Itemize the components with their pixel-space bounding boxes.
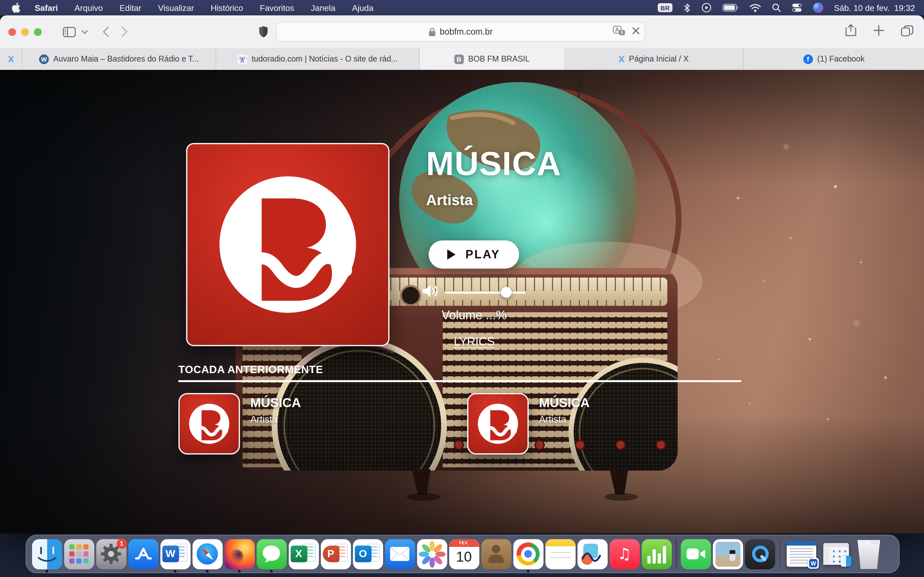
dock-trash-icon[interactable] [853, 535, 885, 573]
forward-button[interactable] [121, 26, 128, 37]
dock-photos-icon[interactable] [416, 535, 448, 573]
back-button[interactable] [103, 26, 109, 37]
siri-icon[interactable] [813, 3, 823, 13]
wordpress-icon: W [39, 54, 49, 64]
dock-contacts-icon[interactable] [480, 535, 512, 573]
control-center-icon[interactable] [792, 3, 802, 12]
spotlight-search-icon[interactable] [772, 3, 781, 12]
status-tray: BR Sáb. 10 de fev. 19:32 [658, 3, 915, 13]
menu-historico[interactable]: Histórico [211, 3, 243, 13]
history-album-art [178, 393, 240, 455]
dock-notes-icon[interactable] [544, 535, 576, 573]
x-logo-icon: X [619, 54, 625, 64]
dock-freeform-icon[interactable] [576, 535, 608, 573]
dock-quicktime-icon[interactable] [744, 535, 776, 573]
volume-thumb[interactable] [501, 287, 512, 298]
input-source-badge[interactable]: BR [658, 3, 672, 12]
dock-calendar-icon[interactable]: FEV. 10 [448, 535, 480, 573]
tab-auvaro-maia[interactable]: W Auvaro Maia – Bastidores do Rádio e T.… [23, 48, 216, 70]
history-item[interactable]: MÚSICA Artista [467, 393, 590, 455]
tab-tudoradio[interactable]: tudoradio.com | Notícias - O site de rád… [216, 48, 420, 70]
dock-numbers-icon[interactable] [640, 535, 672, 573]
history-meta: MÚSICA Artista [539, 393, 590, 455]
sidebar-chevron-icon[interactable] [81, 30, 88, 34]
tab-bobfm-active[interactable]: B BOB FM BRASIL [420, 48, 564, 70]
history-song-title: MÚSICA [250, 396, 301, 410]
wifi-icon[interactable] [750, 3, 761, 12]
apple-menu-icon[interactable] [11, 3, 21, 13]
dock-finder-icon[interactable] [31, 535, 63, 573]
calendar-month: FEV. [449, 539, 479, 546]
menu-arquivo[interactable]: Arquivo [74, 3, 103, 13]
bluetooth-icon[interactable] [683, 3, 690, 13]
play-button[interactable]: PLAY [429, 240, 519, 269]
new-tab-icon[interactable] [873, 25, 884, 39]
macos-screen: Safari Arquivo Editar Visualizar Históri… [0, 0, 924, 577]
dock-separator [676, 539, 677, 569]
battery-icon[interactable] [722, 4, 738, 11]
zoom-window-button[interactable] [34, 28, 42, 35]
window-controls [8, 28, 42, 35]
menu-ajuda[interactable]: Ajuda [352, 3, 373, 13]
dock-photobooth-icon[interactable] [712, 535, 744, 573]
tab-pagina-inicial-x[interactable]: X Página Inicial / X [564, 48, 744, 70]
menu-editar[interactable]: Editar [120, 3, 141, 13]
translate-icon[interactable]: Ax̂ [613, 26, 626, 38]
close-window-button[interactable] [8, 28, 16, 35]
song-artist: Artista [426, 192, 473, 209]
tab-facebook[interactable]: f (1) Facebook [744, 48, 924, 70]
volume-label: Volume ...% [422, 308, 526, 322]
history-song-artist: Artista [539, 414, 590, 424]
bobfm-page: MÚSICA Artista PLAY Volume ...% LYRI [0, 70, 924, 533]
dock-excel-icon[interactable]: X [288, 535, 320, 573]
url-text: bobfm.com.br [439, 27, 493, 37]
tab-pinned-x[interactable]: X [0, 48, 23, 70]
dock-minimized-word-window[interactable]: W [783, 535, 819, 573]
menu-safari[interactable]: Safari [35, 3, 58, 13]
player-overlay: MÚSICA Artista PLAY Volume ...% LYRI [0, 70, 924, 533]
dock-firefox-icon[interactable] [223, 535, 255, 573]
play-button-label: PLAY [465, 248, 501, 261]
dock-word-icon[interactable]: W [159, 535, 191, 573]
dock-launchpad-icon[interactable] [63, 535, 95, 573]
dock-outlook-icon[interactable]: O [352, 535, 384, 573]
dock-settings-icon[interactable]: 1 [95, 535, 127, 573]
minimize-window-button[interactable] [21, 28, 29, 35]
dock-music-icon[interactable]: ♫ [608, 535, 640, 573]
sidebar-toggle-icon[interactable] [63, 27, 76, 37]
privacy-shield-icon[interactable] [258, 26, 268, 38]
tab-overview-icon[interactable] [901, 25, 914, 39]
lyrics-link[interactable]: LYRICS [454, 335, 494, 348]
dock-safari-icon[interactable] [191, 535, 223, 573]
dock-mail-icon[interactable] [384, 535, 416, 573]
x-logo-icon: X [8, 54, 14, 64]
address-bar[interactable]: bobfm.com.br Ax̂ [276, 22, 646, 42]
svg-text:x̂: x̂ [620, 29, 624, 35]
dock-chrome-icon[interactable] [512, 535, 544, 573]
speaker-icon[interactable] [422, 284, 439, 301]
history-song-title: MÚSICA [539, 396, 590, 410]
radio-antenna-icon [237, 54, 247, 64]
history-item[interactable]: MÚSICA Artista [178, 393, 301, 455]
menu-favoritos[interactable]: Favoritos [260, 3, 294, 13]
dock-minimized-finder-window[interactable] [819, 535, 853, 573]
history-album-art [467, 393, 529, 455]
tab-label: Página Inicial / X [629, 55, 688, 63]
menu-bar: Safari Arquivo Editar Visualizar Históri… [0, 0, 924, 15]
dock-facetime-icon[interactable] [680, 535, 712, 573]
menu-janela[interactable]: Janela [311, 3, 336, 13]
tab-label: Auvaro Maia – Bastidores do Rádio e T... [53, 55, 199, 63]
menu-visualizar[interactable]: Visualizar [158, 3, 194, 13]
facebook-icon: f [803, 54, 813, 64]
volume-slider[interactable] [445, 292, 525, 293]
notification-badge: 1 [116, 538, 127, 548]
dock-messages-icon[interactable] [255, 535, 288, 573]
now-playing-icon[interactable] [701, 3, 712, 13]
menu-clock[interactable]: Sáb. 10 de fev. 19:32 [834, 3, 915, 13]
dock-appstore-icon[interactable] [127, 535, 159, 573]
stop-loading-icon[interactable] [632, 27, 640, 37]
history-heading: TOCADA ANTERIORMENTE [178, 364, 741, 376]
dock-powerpoint-icon[interactable]: P [320, 535, 352, 573]
share-icon[interactable] [845, 24, 857, 40]
lyrics-link-wrap: LYRICS [422, 335, 526, 349]
